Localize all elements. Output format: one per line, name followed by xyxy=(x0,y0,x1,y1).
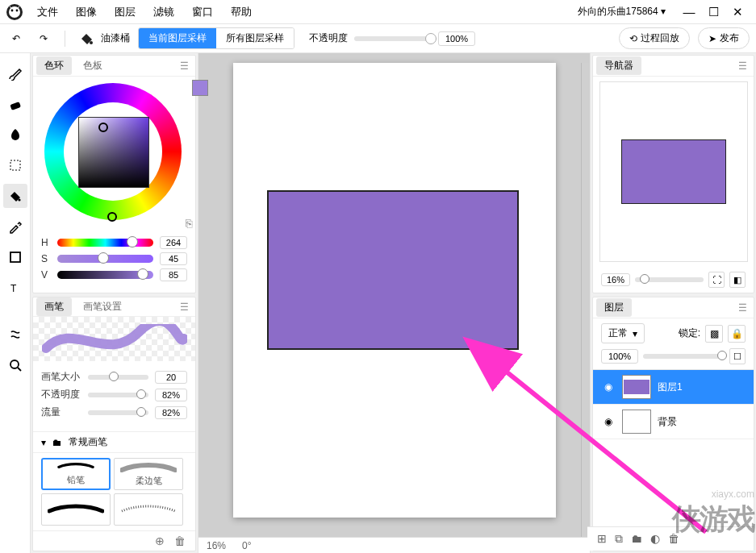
flip-icon[interactable]: ◧ xyxy=(729,272,746,288)
brush-size-value[interactable]: 20 xyxy=(155,371,187,384)
lock-pixels-button[interactable]: ▩ xyxy=(705,325,723,343)
folder-icon: 🖿 xyxy=(52,437,62,448)
publish-button[interactable]: ➤发布 xyxy=(698,27,750,49)
duplicate-layer-icon[interactable]: ⧉ xyxy=(615,532,623,546)
h-slider[interactable] xyxy=(57,239,153,247)
window-maximize[interactable]: ☐ xyxy=(706,5,720,19)
hamburger-icon[interactable]: ☰ xyxy=(735,60,750,72)
menu-window[interactable]: 窗口 xyxy=(192,5,213,19)
hamburger-icon[interactable]: ☰ xyxy=(735,302,750,314)
layer-fx-icon[interactable]: ☐ xyxy=(729,348,746,364)
replay-icon: ⟲ xyxy=(629,33,637,44)
mask-layer-icon[interactable]: ◐ xyxy=(650,532,660,546)
undo-button[interactable]: ↶ xyxy=(6,29,26,48)
text-tool[interactable]: T xyxy=(3,276,27,300)
brush-flow-slider[interactable] xyxy=(88,410,148,415)
menu-help[interactable]: 帮助 xyxy=(231,5,252,19)
layer-opacity-slider[interactable] xyxy=(643,354,725,359)
foreground-color[interactable] xyxy=(192,80,208,96)
canvas-area[interactable]: 16% 0° xyxy=(198,53,590,553)
delete-brush-icon[interactable]: 🗑 xyxy=(174,534,186,547)
h-value[interactable]: 264 xyxy=(160,236,187,249)
v-slider[interactable] xyxy=(57,271,153,279)
blend-mode-select[interactable]: 正常▾ xyxy=(601,323,645,343)
sample-mode-segmented: 当前图层采样 所有图层采样 xyxy=(138,27,294,49)
tab-color-ring[interactable]: 色环 xyxy=(36,56,72,75)
sample-current-layer[interactable]: 当前图层采样 xyxy=(139,28,216,48)
visibility-toggle[interactable]: ◉ xyxy=(601,381,616,393)
delete-layer-icon[interactable]: 🗑 xyxy=(668,532,679,546)
color-wheel[interactable] xyxy=(44,83,185,223)
menu-layer[interactable]: 图层 xyxy=(115,5,136,19)
new-brush-icon[interactable]: ⊕ xyxy=(155,534,165,547)
svg-rect-7 xyxy=(10,252,20,262)
canvas-rotation: 0° xyxy=(242,540,251,551)
hamburger-icon[interactable]: ☰ xyxy=(177,301,192,313)
brush-preset-3[interactable] xyxy=(41,493,111,526)
svg-point-2 xyxy=(16,9,19,11)
layer-row-1[interactable]: ◉ 图层1 xyxy=(593,370,754,405)
nav-zoom-slider[interactable] xyxy=(635,277,704,282)
layer-footer: ⊞ ⧉ 🖿 ◐ 🗑 xyxy=(587,526,754,551)
layer-row-bg[interactable]: ◉ 背景 xyxy=(593,405,754,439)
opacity-label: 不透明度 xyxy=(309,31,348,45)
svg-text:T: T xyxy=(10,283,17,294)
brush-opacity-label: 不透明度 xyxy=(41,388,81,401)
fit-screen-icon[interactable]: ⛶ xyxy=(708,272,725,288)
user-name[interactable]: 外向的乐曲175864 ▾ xyxy=(578,5,666,19)
group-layer-icon[interactable]: 🖿 xyxy=(631,532,642,546)
brush-flow-label: 流量 xyxy=(41,405,81,419)
liquify-tool[interactable] xyxy=(3,322,27,347)
zoom-tool[interactable] xyxy=(3,353,27,377)
s-slider[interactable] xyxy=(57,255,153,263)
v-value[interactable]: 85 xyxy=(160,268,187,281)
lock-all-button[interactable]: 🔒 xyxy=(728,325,746,343)
copy-color-icon[interactable]: ⎘ xyxy=(186,217,192,230)
sv-picker[interactable] xyxy=(78,117,149,188)
visibility-toggle[interactable]: ◉ xyxy=(601,416,616,427)
process-replay-button[interactable]: ⟲过程回放 xyxy=(619,27,690,49)
navigator-preview[interactable] xyxy=(599,81,748,262)
smudge-tool[interactable] xyxy=(3,123,27,147)
menu-file[interactable]: 文件 xyxy=(37,5,58,19)
brush-category[interactable]: ▾🖿常规画笔 xyxy=(33,431,195,453)
tab-brush[interactable]: 画笔 xyxy=(36,297,72,316)
brush-opacity-value[interactable]: 82% xyxy=(155,389,187,401)
brush-opacity-slider[interactable] xyxy=(88,393,148,397)
opacity-slider[interactable] xyxy=(354,36,432,41)
nav-zoom-value[interactable]: 16% xyxy=(601,273,630,286)
canvas-status-bar: 16% 0° xyxy=(198,537,590,553)
brush-preset-pencil[interactable]: 铅笔 xyxy=(41,458,111,490)
window-close[interactable]: ✕ xyxy=(730,5,745,19)
menu-filter[interactable]: 滤镜 xyxy=(153,5,174,19)
layer-opacity-value[interactable]: 100% xyxy=(601,349,638,364)
tab-color-swatch[interactable]: 色板 xyxy=(75,56,111,75)
opacity-value[interactable]: 100% xyxy=(438,31,475,46)
shape-tool[interactable] xyxy=(3,245,27,269)
s-value[interactable]: 45 xyxy=(160,252,187,265)
lock-label: 锁定: xyxy=(679,326,700,340)
brush-flow-value[interactable]: 82% xyxy=(155,406,187,419)
new-layer-icon[interactable]: ⊞ xyxy=(597,532,607,546)
menu-image[interactable]: 图像 xyxy=(76,5,97,19)
eyedropper-tool[interactable] xyxy=(3,214,27,239)
bucket-tool[interactable] xyxy=(3,184,27,208)
layer-thumbnail xyxy=(622,375,651,399)
sample-all-layers[interactable]: 所有图层采样 xyxy=(216,28,294,48)
svg-point-3 xyxy=(90,41,93,44)
brush-tool[interactable] xyxy=(3,61,27,85)
left-panels: 色环 色板 ☰ ⇄ ⎘ H264 S45 V8 xyxy=(31,53,198,553)
eraser-tool[interactable] xyxy=(3,92,27,116)
brush-preset-soft[interactable]: 柔边笔 xyxy=(114,458,183,490)
layers-title: 图层 xyxy=(596,298,632,317)
marquee-tool[interactable] xyxy=(3,153,27,177)
brush-preset-4[interactable] xyxy=(114,493,183,526)
tool-name-label: 油漆桶 xyxy=(101,31,130,45)
color-panel: 色环 色板 ☰ ⇄ ⎘ H264 S45 V8 xyxy=(32,55,196,293)
hamburger-icon[interactable]: ☰ xyxy=(177,60,192,72)
brush-size-slider[interactable] xyxy=(88,375,148,380)
tab-brush-settings[interactable]: 画笔设置 xyxy=(75,297,130,316)
canvas-paper[interactable] xyxy=(233,63,556,518)
redo-button[interactable]: ↷ xyxy=(34,29,53,48)
window-minimize[interactable]: — xyxy=(682,5,696,19)
